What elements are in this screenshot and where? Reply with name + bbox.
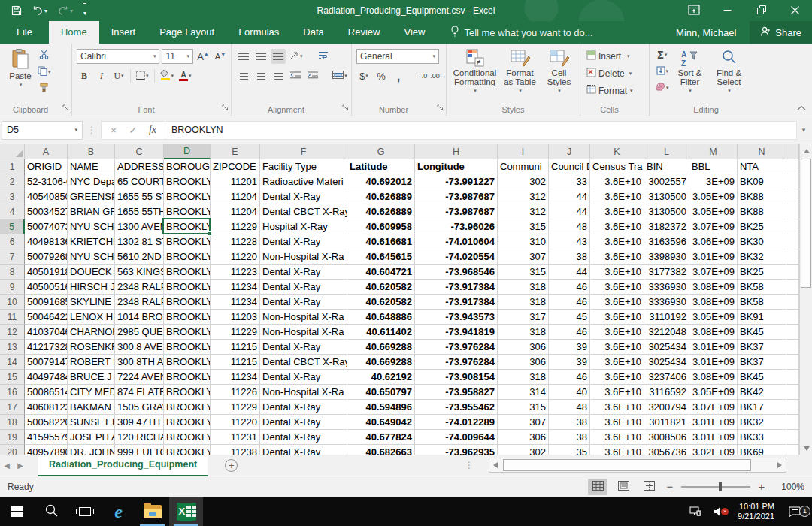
cell-H14[interactable]: -73.976284 <box>415 355 498 370</box>
cell-A6[interactable]: 40498136 <box>25 234 68 249</box>
cell-H19[interactable]: -74.009644 <box>415 430 498 445</box>
col-header-N[interactable]: N <box>738 144 786 159</box>
cell-B20[interactable]: DR. JOHNS <box>68 445 115 455</box>
col-header-K[interactable]: K <box>590 144 644 159</box>
sort-filter-button[interactable]: AZ Sort & Filter ▾ <box>671 47 710 98</box>
clipboard-dialog-launcher-icon[interactable] <box>62 103 69 113</box>
scroll-up-icon[interactable] <box>800 144 812 157</box>
cell-N14[interactable]: BK37 <box>738 355 786 370</box>
cell-K6[interactable]: 3.6E+10 <box>590 234 644 249</box>
cell-L1[interactable]: BIN <box>644 159 689 174</box>
cell-J20[interactable]: 35 <box>549 445 590 455</box>
cell-K14[interactable]: 3.6E+10 <box>590 355 644 370</box>
cell-x10[interactable] <box>786 295 799 310</box>
cell-G13[interactable]: 40.669288 <box>347 340 415 355</box>
decrease-decimal-button[interactable]: .00→ <box>431 68 446 83</box>
cell-C17[interactable]: 1505 GRAV <box>115 400 164 415</box>
zoom-in-icon[interactable]: + <box>756 480 767 493</box>
cell-L11[interactable]: 3110192 <box>644 310 689 325</box>
cell-A13[interactable]: 41217328 <box>25 340 68 355</box>
percent-style-button[interactable]: % <box>374 68 389 83</box>
autosum-button[interactable]: Σ▾ <box>654 47 671 62</box>
delete-cells-button[interactable]: Delete ▾ <box>585 66 633 81</box>
cell-B10[interactable]: SKYLINE D <box>68 295 115 310</box>
tab-data[interactable]: Data <box>291 21 335 44</box>
cell-B7[interactable]: NYU SCHO <box>68 249 115 265</box>
sheet-tab-active[interactable]: Radiation_Producing_Equipment <box>38 455 208 476</box>
cell-F7[interactable]: Non-Hospital X-Ra <box>260 249 347 265</box>
wrap-text-button[interactable] <box>316 49 331 64</box>
cell-H15[interactable]: -73.908154 <box>415 370 498 385</box>
format-painter-button[interactable] <box>36 81 53 96</box>
undo-dropdown-icon[interactable]: ▾ <box>44 8 47 14</box>
cell-D9[interactable]: BROOKLYN <box>164 280 211 295</box>
cell-A7[interactable]: 50079268 <box>25 249 68 265</box>
cell-C15[interactable]: 7224 AVEN <box>115 370 164 385</box>
cell-I14[interactable]: 306 <box>498 355 549 370</box>
cell-G9[interactable]: 40.620582 <box>347 280 415 295</box>
cell-H8[interactable]: -73.968546 <box>415 265 498 280</box>
cell-C18[interactable]: 309 47TH S <box>115 415 164 430</box>
normal-view-button[interactable] <box>588 479 607 495</box>
cell-G20[interactable]: 40.682663 <box>347 445 415 455</box>
cell-B14[interactable]: ROBERT RO <box>68 355 115 370</box>
cell-N4[interactable]: BK88 <box>738 204 786 219</box>
cell-L4[interactable]: 3130500 <box>644 204 689 219</box>
italic-button[interactable]: I <box>94 68 109 83</box>
cell-M5[interactable]: 3.07E+09 <box>689 219 738 234</box>
cell-D20[interactable]: BROOKLYN <box>164 445 211 455</box>
cell-styles-dropdown-icon[interactable]: ▾ <box>558 86 561 95</box>
cell-J4[interactable]: 44 <box>549 204 590 219</box>
cell-N7[interactable]: BK32 <box>738 249 786 265</box>
cell-J15[interactable]: 46 <box>549 370 590 385</box>
cell-F6[interactable]: Dental X-Ray <box>260 234 347 249</box>
font-color-button[interactable]: A ▾ <box>177 68 193 83</box>
cell-N2[interactable]: BK09 <box>738 174 786 189</box>
select-all-button[interactable] <box>0 144 25 159</box>
cell-x4[interactable] <box>786 204 799 219</box>
cell-K8[interactable]: 3.6E+10 <box>590 265 644 280</box>
format-as-table-dropdown-icon[interactable]: ▾ <box>519 86 522 95</box>
borders-button[interactable]: ▾ <box>135 68 150 83</box>
cell-A18[interactable]: 50058220 <box>25 415 68 430</box>
cell-B9[interactable]: HIRSCH J. <box>68 280 115 295</box>
cell-K19[interactable]: 3.6E+10 <box>590 430 644 445</box>
cell-L16[interactable]: 3116592 <box>644 385 689 400</box>
align-left-button[interactable] <box>236 68 251 83</box>
tab-insert[interactable]: Insert <box>99 21 148 44</box>
cell-H10[interactable]: -73.917384 <box>415 295 498 310</box>
cell-M2[interactable]: 3E+09 <box>689 174 738 189</box>
cell-I8[interactable]: 315 <box>498 265 549 280</box>
fill-color-dropdown-icon[interactable]: ▾ <box>171 73 174 79</box>
align-center-button[interactable] <box>253 68 268 83</box>
cell-F11[interactable]: Non-Hospital X-Ra <box>260 310 347 325</box>
cell-E7[interactable]: 11220 <box>211 249 260 265</box>
align-right-button[interactable] <box>271 68 286 83</box>
insert-dropdown-icon[interactable]: ▾ <box>627 53 630 59</box>
cell-B3[interactable]: GREENSPA <box>68 189 115 204</box>
col-header-partial[interactable] <box>786 144 799 159</box>
cell-H12[interactable]: -73.941819 <box>415 325 498 340</box>
row-header-5[interactable]: 5 <box>0 219 25 234</box>
scroll-down-icon[interactable] <box>800 442 812 455</box>
cell-D7[interactable]: BROOKLYN <box>164 249 211 265</box>
cell-E14[interactable]: 11215 <box>211 355 260 370</box>
cell-A11[interactable]: 50046422 <box>25 310 68 325</box>
cell-J3[interactable]: 44 <box>549 189 590 204</box>
cell-J18[interactable]: 38 <box>549 415 590 430</box>
cell-x17[interactable] <box>786 400 799 415</box>
cell-N18[interactable]: BK32 <box>738 415 786 430</box>
cell-I1[interactable]: Communi <box>498 159 549 174</box>
row-header-13[interactable]: 13 <box>0 340 25 355</box>
orientation-dropdown-icon[interactable]: ▾ <box>300 53 303 59</box>
page-break-preview-button[interactable] <box>639 479 659 495</box>
cell-A12[interactable]: 41037046 <box>25 325 68 340</box>
cell-F1[interactable]: Facility Type <box>260 159 347 174</box>
cell-J6[interactable]: 43 <box>549 234 590 249</box>
cell-B15[interactable]: BRUCE J LI <box>68 370 115 385</box>
cell-K17[interactable]: 3.6E+10 <box>590 400 644 415</box>
find-select-dropdown-icon[interactable]: ▾ <box>728 86 731 95</box>
cell-A2[interactable]: 52-3106-03 <box>25 174 68 189</box>
action-center-button[interactable]: 1 <box>782 506 807 517</box>
cell-M15[interactable]: 3.08E+09 <box>689 370 738 385</box>
